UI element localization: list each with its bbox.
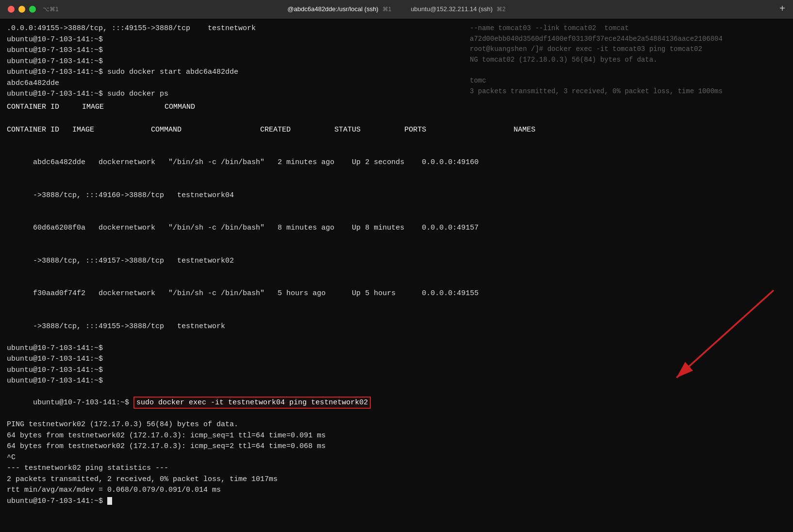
docker-start-output: abdc6a482dde (7, 78, 786, 89)
c2-id: 60d6a6208f0a dockernetwork "/bin/sh -c /… (33, 224, 479, 232)
prompt-3: ubuntu@10-7-103-141:~$ (7, 56, 786, 67)
col-command: COMMAND (165, 102, 189, 113)
container-row-3-cont: ->3888/tcp, :::49155->3888/tcp testnetwo… (7, 310, 786, 343)
container-row-3: f30aad0f74f2 dockernetwork "/bin/sh -c /… (7, 278, 786, 311)
col-container-id: CONTAINER ID (7, 102, 82, 113)
prompt-1: ubuntu@10-7-103-141:~$ (7, 34, 786, 46)
container-row-2-cont: ->3888/tcp, :::49157->3888/tcp testnetwo… (7, 245, 786, 278)
terminal-content: .0.0.0:49155->3888/tcp, :::49155->3888/t… (7, 23, 786, 507)
ping-stats-2: rtt min/avg/max/mdev = 0.068/0.079/0.091… (7, 485, 786, 496)
prompt-2: ubuntu@10-7-103-141:~$ (7, 45, 786, 56)
tab-2-label: ubuntu@152.32.211.14 (ssh) (411, 5, 493, 13)
ping-line-1: PING testnetwork02 (172.17.0.3) 56(84) b… (7, 419, 786, 431)
container-row-1: abdc6a482dde dockernetwork "/bin/sh -c /… (7, 147, 786, 180)
c1-id: abdc6a482dde dockernetwork "/bin/sh -c /… (33, 158, 479, 166)
prompt-prefix: ubuntu@10-7-103-141:~$ (33, 399, 133, 407)
container-row-1-cont: ->3888/tcp, :::49160->3888/tcp testnetwo… (7, 179, 786, 212)
terminal: --name tomcat03 --link tomcat02 tomcat a… (0, 18, 793, 532)
highlighted-command-line: ubuntu@10-7-103-141:~$ sudo docker exec … (7, 387, 786, 420)
table-header-row: CONTAINER ID IMAGE COMMAND CREATED STATU… (7, 114, 786, 147)
c3-ports: ->3888/tcp, :::49155->3888/tcp testnetwo… (33, 322, 225, 331)
cmd-docker-start: ubuntu@10-7-103-141:~$ sudo docker start… (7, 67, 786, 78)
ping-stats-1: 2 packets transmitted, 2 received, 0% pa… (7, 474, 786, 485)
prompt-after-1: ubuntu@10-7-103-141:~$ (7, 343, 786, 354)
c3-id: f30aad0f74f2 dockernetwork "/bin/sh -c /… (33, 289, 479, 298)
line-ports: .0.0.0:49155->3888/tcp, :::49155->3888/t… (7, 23, 786, 34)
minimize-button[interactable] (18, 6, 25, 13)
col-image: IMAGE (82, 102, 165, 113)
c2-ports: ->3888/tcp, :::49157->3888/tcp testnetwo… (33, 257, 234, 265)
cmd-docker-ps: ubuntu@10-7-103-141:~$ sudo docker ps (7, 89, 786, 100)
titlebar: ⌥⌘1 @abdc6a482dde:/usr/local (ssh) ⌘1 ub… (0, 0, 793, 18)
new-tab-button[interactable]: + (779, 3, 785, 15)
prompt-after-3: ubuntu@10-7-103-141:~$ (7, 365, 786, 376)
ping-stats-header: --- testnetwork02 ping statistics --- (7, 463, 786, 474)
titlebar-right: + (779, 3, 785, 15)
container-row-2: 60d6a6208f0a dockernetwork "/bin/sh -c /… (7, 212, 786, 245)
ping-reply-2: 64 bytes from testnetwork02 (172.17.0.3)… (7, 441, 786, 452)
tab-2-shortcut: ⌘2 (496, 6, 506, 13)
ping-reply-1: 64 bytes from testnetwork02 (172.17.0.3)… (7, 431, 786, 442)
prompt-after-2: ubuntu@10-7-103-141:~$ (7, 354, 786, 365)
table-header: CONTAINER ID IMAGE COMMAND (7, 102, 786, 113)
tab-bar: @abdc6a482dde:/usr/local (ssh) ⌘1 ubuntu… (287, 5, 505, 13)
tab-2[interactable]: ubuntu@152.32.211.14 (ssh) ⌘2 (411, 5, 505, 13)
prompt-after-4: ubuntu@10-7-103-141:~$ (7, 376, 786, 387)
c1-ports: ->3888/tcp, :::49160->3888/tcp testnetwo… (33, 191, 234, 200)
tab-1[interactable]: @abdc6a482dde:/usr/local (ssh) ⌘1 (287, 5, 391, 13)
highlighted-command: sudo docker exec -it testnetwork04 ping … (133, 397, 371, 409)
traffic-lights: ⌥⌘1 (8, 6, 59, 13)
tab-1-shortcut: ⌘1 (382, 6, 392, 13)
header-full: CONTAINER ID IMAGE COMMAND CREATED STATU… (7, 126, 535, 134)
cursor (107, 497, 112, 505)
ctrl-c: ^C (7, 452, 786, 464)
tab-1-label: @abdc6a482dde:/usr/local (ssh) (287, 5, 378, 13)
maximize-button[interactable] (29, 6, 36, 13)
final-prompt: ubuntu@10-7-103-141:~$ (7, 496, 786, 507)
keyboard-shortcut: ⌥⌘1 (43, 6, 59, 13)
close-button[interactable] (8, 6, 15, 13)
